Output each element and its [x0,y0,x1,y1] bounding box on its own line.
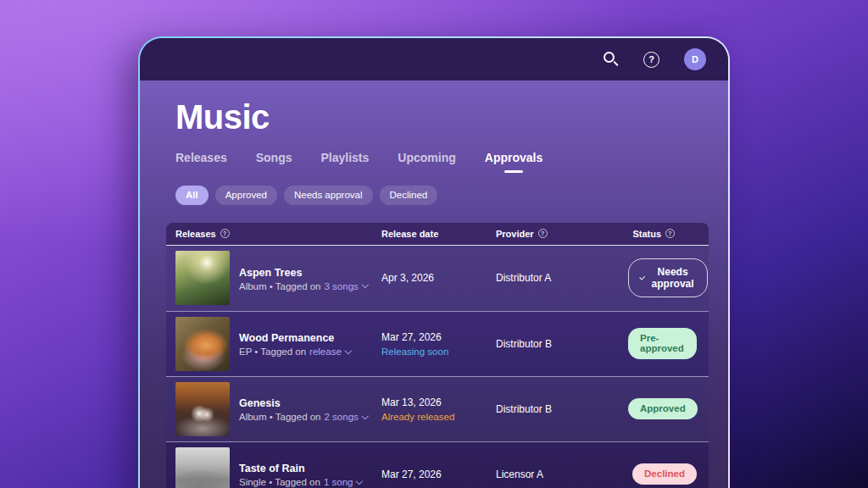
release-title-cell: Taste of Rain Single • Tagged on 1 song [239,461,381,487]
release-date: Apr 3, 2026 [381,272,496,284]
status-badge-pre-approved: Pre-approved [628,328,697,359]
tab-upcoming[interactable]: Upcoming [398,151,455,173]
table-body: Aspen Trees Album • Tagged on 3 songs Ap… [166,246,709,488]
tab-releases[interactable]: Releases [175,151,227,173]
release-date: Mar 27, 2026 [381,469,496,480]
album-art-taste-of-rain [175,447,230,488]
status-cell: Needs approval [628,258,720,297]
chevron-down-icon [345,347,352,354]
topbar: ? D [140,38,728,80]
provider-cell: Distributor B [496,403,628,415]
tagged-songs-link[interactable]: 2 songs [325,412,368,422]
filter-chip-all[interactable]: All [175,186,209,205]
status-cell: Approved [628,398,709,420]
release-date-cell: Mar 27, 2026 [381,469,496,480]
provider-cell: Distributor B [496,338,628,350]
tab-approvals[interactable]: Approvals [485,151,542,173]
chevron-down-icon [356,478,363,485]
needs-approval-button[interactable]: Needs approval [628,258,708,297]
release-meta: EP • Tagged on release [239,347,381,357]
app-window: ? D Music Releases Songs Playlists Upcom… [140,38,728,488]
release-title-cell: Genesis Album • Tagged on 2 songs [239,396,381,422]
filter-chip-approved[interactable]: Approved [215,186,277,205]
release-date-cell: Apr 3, 2026 [381,272,496,284]
release-meta-prefix: EP • Tagged on [239,347,306,357]
tagged-song-link[interactable]: 1 song [324,477,362,487]
filter-chip-declined[interactable]: Declined [380,186,438,205]
release-title: Genesis [239,396,381,412]
table-row-wood-permanence[interactable]: Wood Permanence EP • Tagged on release M… [166,311,709,376]
tab-approvals-label: Approvals [485,151,542,164]
column-header-releases-label: Releases [175,229,216,239]
tab-bar: Releases Songs Playlists Upcoming Approv… [175,151,706,173]
provider-help-icon[interactable]: ? [538,229,548,238]
release-title: Aspen Trees [239,265,381,281]
release-meta-prefix: Album • Tagged on [239,412,321,422]
column-header-provider: Provider ? [496,229,628,239]
user-avatar[interactable]: D [684,48,706,70]
album-art-wood-permanence [175,317,230,371]
column-header-provider-label: Provider [496,229,534,239]
album-art-aspen-trees [175,251,230,305]
provider-cell: Licensor A [496,469,628,480]
tagged-songs-count: 3 songs [325,281,359,291]
release-date: Mar 27, 2026 [381,331,496,343]
approvals-table: Releases ? Release date Provider ? Statu… [166,223,709,488]
release-meta: Album • Tagged on 2 songs [239,412,381,422]
album-art-genesis [175,382,230,436]
search-handle [613,61,618,66]
tagged-song-count: 1 song [324,477,353,487]
status-label: Needs approval [651,266,695,290]
table-header-row: Releases ? Release date Provider ? Statu… [166,223,709,246]
filter-chip-needs-approval[interactable]: Needs approval [284,186,373,205]
column-header-status: Status ? [628,229,709,239]
column-header-release-date: Release date [381,229,496,239]
status-badge-approved: Approved [628,398,698,420]
status-help-icon[interactable]: ? [665,229,675,238]
release-meta: Single • Tagged on 1 song [239,477,381,487]
release-date-note: Already released [381,412,496,422]
release-date-cell: Mar 13, 2026 Already released [381,396,496,422]
provider-cell: Distributor A [496,272,628,284]
chevron-down-icon [640,274,645,279]
release-date-cell: Mar 27, 2026 Releasing soon [381,331,496,357]
table-row-aspen-trees[interactable]: Aspen Trees Album • Tagged on 3 songs Ap… [166,246,709,311]
status-cell: Declined [628,463,709,485]
tab-songs[interactable]: Songs [256,151,292,173]
release-date: Mar 13, 2026 [381,396,496,408]
release-title: Taste of Rain [239,461,381,477]
search-icon[interactable] [604,52,619,67]
tab-playlists[interactable]: Playlists [321,151,370,173]
release-title-cell: Wood Permanence EP • Tagged on release [239,330,381,357]
chevron-down-icon [362,281,369,288]
release-meta: Album • Tagged on 3 songs [239,281,381,291]
active-tab-indicator [504,170,523,173]
app-window-frame: ? D Music Releases Songs Playlists Upcom… [138,36,730,488]
release-title: Wood Permanence [239,330,381,347]
status-badge-declined: Declined [632,463,697,485]
tagged-target: release [309,347,342,357]
release-date-note: Releasing soon [381,347,496,357]
table-row-taste-of-rain[interactable]: Taste of Rain Single • Tagged on 1 song … [166,441,709,488]
release-title-cell: Aspen Trees Album • Tagged on 3 songs [239,265,381,291]
status-cell: Pre-approved [628,328,709,359]
chevron-down-icon [362,413,369,419]
release-meta-prefix: Album • Tagged on [239,281,321,291]
column-header-releases: Releases ? [175,229,381,239]
filter-chip-bar: All Approved Needs approval Declined [175,186,706,205]
column-header-release-date-label: Release date [381,229,438,239]
release-meta-prefix: Single • Tagged on [239,477,320,487]
table-row-genesis[interactable]: Genesis Album • Tagged on 2 songs Mar 13… [166,376,709,441]
column-header-status-label: Status [632,229,661,239]
content-area: Music Releases Songs Playlists Upcoming … [140,80,728,488]
tagged-songs-link[interactable]: 3 songs [325,281,368,291]
releases-help-icon[interactable]: ? [220,229,230,238]
page-title: Music [175,80,706,136]
help-icon[interactable]: ? [643,52,659,68]
tagged-release-link[interactable]: release [309,347,350,357]
tagged-songs-count: 2 songs [325,412,359,422]
